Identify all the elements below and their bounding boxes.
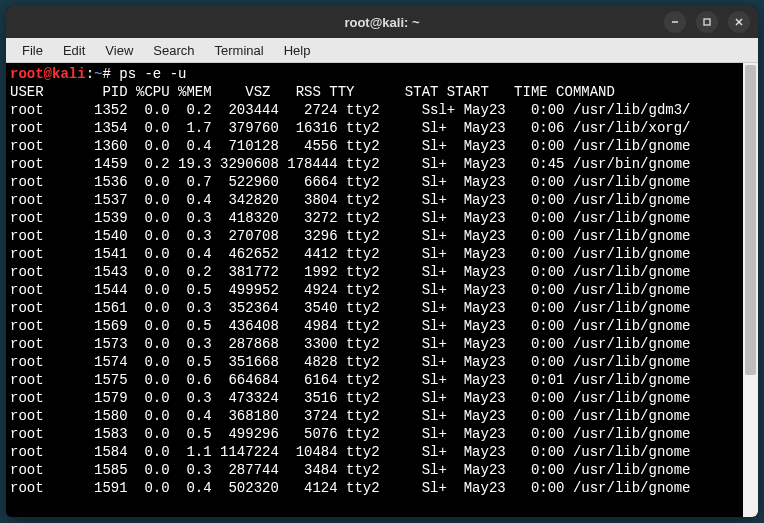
terminal-output[interactable]: root@kali:~# ps -e -uUSER PID %CPU %MEM … <box>6 63 742 517</box>
svg-rect-1 <box>704 19 710 25</box>
scrollbar-thumb[interactable] <box>745 65 756 375</box>
process-row: root 1352 0.0 0.2 203444 2724 tty2 Ssl+ … <box>10 101 738 119</box>
process-row: root 1575 0.0 0.6 664684 6164 tty2 Sl+ M… <box>10 371 738 389</box>
close-button[interactable] <box>728 11 750 33</box>
close-icon <box>734 17 744 27</box>
process-row: root 1537 0.0 0.4 342820 3804 tty2 Sl+ M… <box>10 191 738 209</box>
terminal-area[interactable]: root@kali:~# ps -e -uUSER PID %CPU %MEM … <box>6 63 758 517</box>
menubar: File Edit View Search Terminal Help <box>6 38 758 63</box>
minimize-icon <box>670 17 680 27</box>
process-row: root 1574 0.0 0.5 351668 4828 tty2 Sl+ M… <box>10 353 738 371</box>
process-row: root 1591 0.0 0.4 502320 4124 tty2 Sl+ M… <box>10 479 738 497</box>
minimize-button[interactable] <box>664 11 686 33</box>
process-row: root 1569 0.0 0.5 436408 4984 tty2 Sl+ M… <box>10 317 738 335</box>
process-row: root 1360 0.0 0.4 710128 4556 tty2 Sl+ M… <box>10 137 738 155</box>
maximize-button[interactable] <box>696 11 718 33</box>
prompt-command: ps -e -u <box>119 66 186 82</box>
maximize-icon <box>702 17 712 27</box>
process-row: root 1583 0.0 0.5 499296 5076 tty2 Sl+ M… <box>10 425 738 443</box>
prompt-hash: # <box>102 66 119 82</box>
menu-help[interactable]: Help <box>274 40 321 61</box>
process-row: root 1544 0.0 0.5 499952 4924 tty2 Sl+ M… <box>10 281 738 299</box>
menu-terminal[interactable]: Terminal <box>205 40 274 61</box>
scrollbar[interactable] <box>743 63 758 517</box>
process-row: root 1573 0.0 0.3 287868 3300 tty2 Sl+ M… <box>10 335 738 353</box>
window-controls <box>664 11 750 33</box>
window-title: root@kali: ~ <box>6 15 758 30</box>
process-row: root 1561 0.0 0.3 352364 3540 tty2 Sl+ M… <box>10 299 738 317</box>
process-row: root 1536 0.0 0.7 522960 6664 tty2 Sl+ M… <box>10 173 738 191</box>
process-row: root 1543 0.0 0.2 381772 1992 tty2 Sl+ M… <box>10 263 738 281</box>
process-row: root 1580 0.0 0.4 368180 3724 tty2 Sl+ M… <box>10 407 738 425</box>
process-row: root 1541 0.0 0.4 462652 4412 tty2 Sl+ M… <box>10 245 738 263</box>
process-row: root 1540 0.0 0.3 270708 3296 tty2 Sl+ M… <box>10 227 738 245</box>
prompt-sep: : <box>86 66 94 82</box>
menu-view[interactable]: View <box>95 40 143 61</box>
prompt-user: root@kali <box>10 66 86 82</box>
menu-search[interactable]: Search <box>143 40 204 61</box>
ps-header: USER PID %CPU %MEM VSZ RSS TTY STAT STAR… <box>10 83 738 101</box>
process-row: root 1584 0.0 1.1 1147224 10484 tty2 Sl+… <box>10 443 738 461</box>
process-row: root 1539 0.0 0.3 418320 3272 tty2 Sl+ M… <box>10 209 738 227</box>
terminal-window: root@kali: ~ File Edit View Search Termi… <box>6 6 758 517</box>
titlebar[interactable]: root@kali: ~ <box>6 6 758 38</box>
menu-file[interactable]: File <box>12 40 53 61</box>
process-row: root 1579 0.0 0.3 473324 3516 tty2 Sl+ M… <box>10 389 738 407</box>
process-row: root 1354 0.0 1.7 379760 16316 tty2 Sl+ … <box>10 119 738 137</box>
prompt-line: root@kali:~# ps -e -u <box>10 65 738 83</box>
process-row: root 1585 0.0 0.3 287744 3484 tty2 Sl+ M… <box>10 461 738 479</box>
menu-edit[interactable]: Edit <box>53 40 95 61</box>
process-row: root 1459 0.2 19.3 3290608 178444 tty2 S… <box>10 155 738 173</box>
